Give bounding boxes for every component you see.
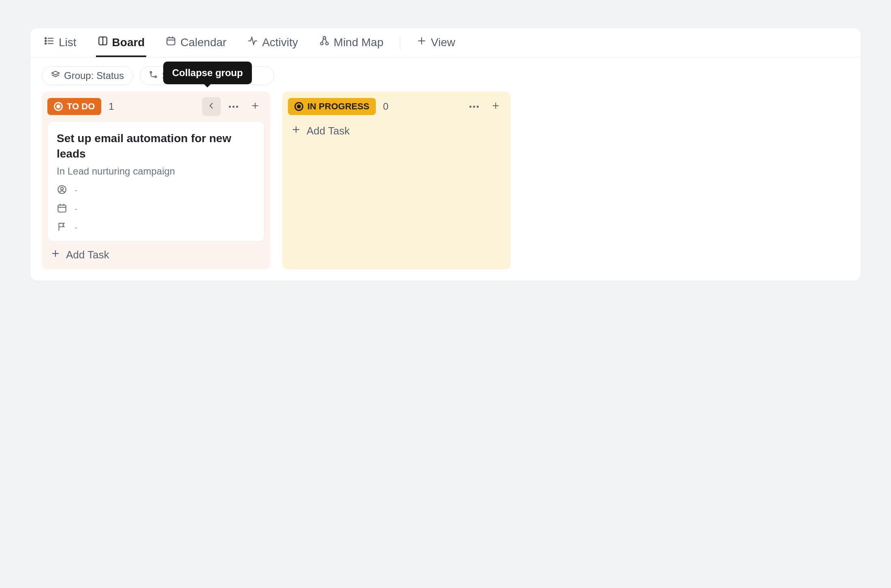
app-window: List Board Calendar Activity Mind Map bbox=[30, 28, 861, 281]
plus-icon bbox=[251, 101, 260, 112]
plus-icon bbox=[491, 101, 500, 112]
svg-point-23 bbox=[61, 187, 64, 190]
list-icon bbox=[44, 36, 55, 49]
more-horizontal-icon bbox=[229, 106, 238, 108]
board-columns: TO DO 1 bbox=[30, 89, 861, 281]
svg-point-2 bbox=[45, 43, 46, 44]
task-title: Set up email automation for new leads bbox=[57, 131, 255, 162]
svg-marker-17 bbox=[52, 71, 59, 75]
status-circle-icon bbox=[54, 102, 63, 111]
date-row[interactable]: - bbox=[57, 203, 255, 215]
task-count: 1 bbox=[109, 101, 114, 112]
task-count: 0 bbox=[383, 101, 388, 112]
priority-value: - bbox=[75, 222, 77, 233]
column-add-button[interactable] bbox=[486, 97, 505, 116]
chevron-left-icon bbox=[207, 101, 216, 112]
tab-activity[interactable]: Activity bbox=[246, 28, 300, 57]
flag-icon bbox=[57, 222, 67, 234]
task-meta: - - - bbox=[57, 184, 255, 234]
status-circle-icon bbox=[294, 102, 303, 111]
task-card[interactable]: Set up email automation for new leads In… bbox=[47, 121, 264, 241]
svg-point-18 bbox=[150, 71, 152, 73]
svg-point-13 bbox=[320, 42, 323, 45]
date-value: - bbox=[75, 204, 77, 214]
tab-divider bbox=[400, 36, 400, 49]
mindmap-icon bbox=[319, 36, 330, 49]
column-more-button[interactable] bbox=[465, 97, 483, 116]
subtasks-icon bbox=[149, 70, 158, 81]
column-more-button[interactable] bbox=[224, 97, 243, 116]
more-horizontal-icon bbox=[469, 106, 479, 108]
add-task-label: Add Task bbox=[307, 125, 350, 137]
plus-icon bbox=[291, 125, 301, 137]
svg-point-1 bbox=[45, 40, 46, 41]
tab-calendar[interactable]: Calendar bbox=[164, 28, 228, 57]
view-tabs: List Board Calendar Activity Mind Map bbox=[30, 28, 861, 58]
priority-row[interactable]: - bbox=[57, 222, 255, 234]
status-chip-todo[interactable]: TO DO bbox=[47, 98, 101, 115]
assignee-value: - bbox=[75, 185, 77, 196]
svg-rect-24 bbox=[58, 205, 66, 212]
tab-label: View bbox=[431, 36, 455, 49]
tab-label: Calendar bbox=[180, 36, 226, 49]
tab-label: List bbox=[59, 36, 77, 49]
tab-label: Mind Map bbox=[334, 36, 384, 49]
tab-label: Board bbox=[112, 36, 145, 49]
column-in-progress: IN PROGRESS 0 bbox=[282, 92, 511, 269]
status-label: TO DO bbox=[67, 101, 95, 112]
tab-add-view[interactable]: View bbox=[415, 28, 457, 57]
layers-icon bbox=[51, 70, 60, 81]
person-icon bbox=[57, 184, 67, 196]
pill-label: S bbox=[162, 70, 168, 81]
activity-icon bbox=[247, 36, 258, 49]
plus-icon bbox=[51, 249, 60, 261]
svg-point-14 bbox=[326, 42, 328, 45]
group-by-pill[interactable]: Group: Status bbox=[42, 66, 133, 85]
status-chip-in-progress[interactable]: IN PROGRESS bbox=[288, 98, 376, 115]
column-add-button[interactable] bbox=[246, 97, 264, 116]
add-task-button[interactable]: Add Task bbox=[47, 241, 112, 264]
tab-label: Activity bbox=[262, 36, 298, 49]
filter-row: Group: Status S Collapse group bbox=[30, 58, 861, 89]
subtasks-pill[interactable]: S bbox=[140, 66, 274, 85]
task-list-context: In Lead nurturing campaign bbox=[57, 166, 255, 177]
status-label: IN PROGRESS bbox=[307, 101, 369, 112]
add-task-label: Add Task bbox=[66, 249, 109, 261]
svg-point-0 bbox=[45, 38, 46, 39]
pill-label: Group: Status bbox=[64, 70, 124, 81]
column-actions bbox=[465, 97, 505, 116]
board-icon bbox=[98, 36, 108, 49]
tab-list[interactable]: List bbox=[43, 28, 78, 57]
tab-board[interactable]: Board bbox=[96, 28, 147, 57]
svg-point-19 bbox=[155, 76, 157, 77]
column-header: TO DO 1 bbox=[47, 97, 264, 116]
svg-rect-8 bbox=[167, 38, 175, 45]
assignee-row[interactable]: - bbox=[57, 184, 255, 196]
column-header: IN PROGRESS 0 bbox=[288, 97, 505, 116]
collapse-group-button[interactable] bbox=[202, 97, 221, 116]
plus-icon bbox=[416, 36, 427, 49]
tab-mindmap[interactable]: Mind Map bbox=[318, 28, 385, 57]
column-actions bbox=[202, 97, 264, 116]
calendar-icon bbox=[57, 203, 67, 215]
column-todo: TO DO 1 bbox=[42, 92, 270, 269]
add-task-button[interactable]: Add Task bbox=[288, 121, 353, 140]
calendar-icon bbox=[166, 36, 176, 49]
